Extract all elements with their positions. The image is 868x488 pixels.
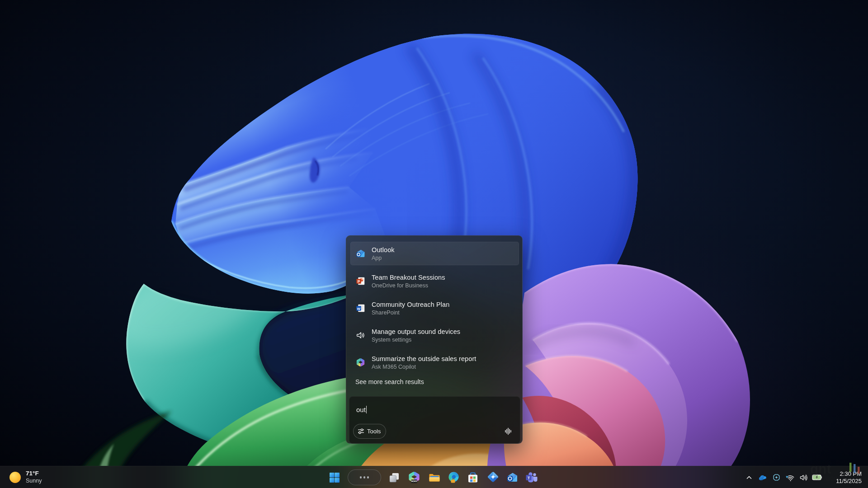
svg-text:T: T [528,476,530,480]
svg-text:W: W [357,307,361,311]
svg-text:P: P [358,279,360,284]
svg-text:M365: M365 [411,480,417,483]
svg-text:generation: generation [807,474,837,482]
